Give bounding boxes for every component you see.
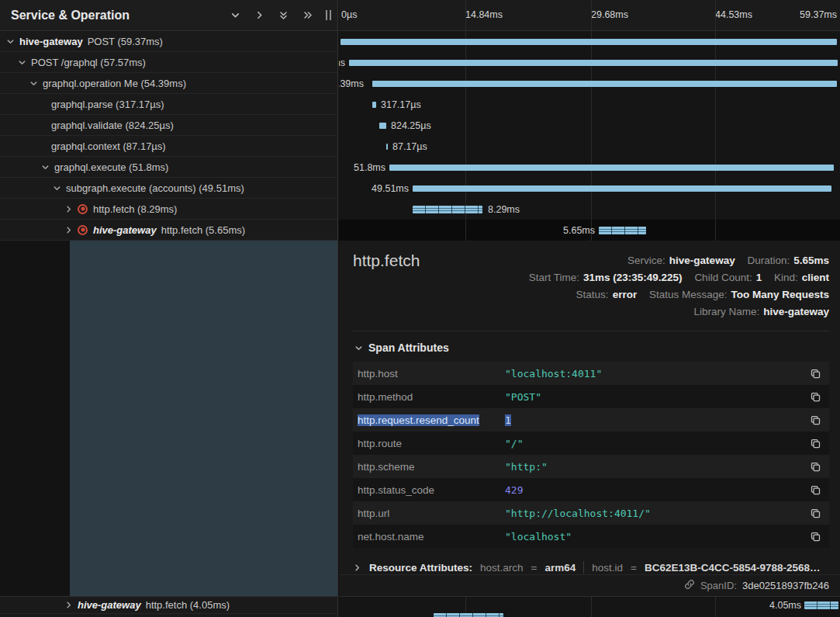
- tree-row[interactable]: hive-gateway http.fetch (4.05ms): [0, 596, 337, 613]
- waterfall-row: 317.17µs: [339, 94, 840, 115]
- timeline-ruler: 0µs 14.84ms 29.68ms 44.53ms 59.37ms: [339, 0, 840, 31]
- tree-row[interactable]: POST /graphql (57.57ms): [0, 52, 337, 73]
- tree-row[interactable]: graphql.validate (824.25µs): [0, 115, 337, 136]
- attribute-row: http.scheme "http:": [353, 455, 829, 478]
- tree-row[interactable]: graphql.context (87.17µs): [0, 136, 337, 157]
- expand-one-icon[interactable]: [254, 10, 264, 20]
- attribute-key: http.request.resend_count: [358, 414, 505, 426]
- copy-icon[interactable]: [808, 483, 823, 497]
- resource-attr-key: host.id: [592, 562, 623, 574]
- copy-icon[interactable]: [808, 529, 823, 544]
- waterfall-row-selected: 5.65ms: [339, 220, 840, 241]
- chevron-down-icon[interactable]: [29, 79, 38, 88]
- link-icon[interactable]: [684, 579, 695, 592]
- attribute-key: http.url: [358, 508, 505, 519]
- copy-icon[interactable]: [808, 413, 823, 428]
- span-label: graphql.parse (317.17µs): [51, 99, 164, 110]
- chevron-right-icon[interactable]: [64, 601, 73, 609]
- copy-icon[interactable]: [808, 366, 823, 381]
- span-attributes-header[interactable]: Span Attributes: [353, 331, 829, 362]
- span-bar[interactable]: [340, 39, 837, 45]
- waterfall-row: 824.25µs: [339, 115, 840, 136]
- span-service-name: hive-gateway: [93, 224, 157, 236]
- panel-resize-handle[interactable]: [326, 10, 331, 20]
- waterfall-row: 49.51ms: [339, 178, 840, 199]
- attribute-key: http.scheme: [358, 461, 505, 473]
- chevron-down-icon[interactable]: [6, 37, 15, 46]
- bar-duration-label: 54.39ms: [339, 78, 364, 89]
- copy-icon[interactable]: [808, 436, 823, 451]
- time-tick-label: 14.84ms: [465, 9, 503, 20]
- span-id-bar: SpanID: 3de02518937fb246: [339, 574, 840, 596]
- copy-icon[interactable]: [808, 459, 823, 474]
- attribute-key: http.host: [358, 368, 505, 380]
- span-bar[interactable]: [413, 206, 482, 213]
- span-bar[interactable]: [804, 601, 838, 609]
- copy-icon[interactable]: [808, 506, 823, 521]
- span-label: graphql.operation Me (54.39ms): [43, 78, 186, 89]
- waterfall-row: 87.17µs: [339, 136, 840, 157]
- expand-all-icon[interactable]: [302, 10, 313, 20]
- span-tree-panel: Service & Operation hive-gateway POST (5…: [0, 0, 338, 617]
- chevron-right-icon: [353, 563, 361, 572]
- span-label: POST /graphql (57.57ms): [31, 57, 146, 68]
- tree-row[interactable]: graphql.execute (51.8ms): [0, 157, 337, 178]
- span-bar[interactable]: [372, 102, 376, 108]
- bar-duration-label: 57.57ms: [339, 57, 345, 68]
- chevron-down-icon[interactable]: [41, 163, 50, 172]
- span-bar[interactable]: [413, 185, 831, 192]
- waterfall-row: 51.8ms: [339, 157, 840, 178]
- collapse-all-icon[interactable]: [278, 10, 289, 21]
- collapse-one-icon[interactable]: [230, 10, 240, 20]
- error-status-icon: [78, 204, 88, 214]
- chevron-down-icon[interactable]: [53, 184, 61, 192]
- panel-title: Service & Operation: [11, 9, 130, 23]
- span-bar[interactable]: [372, 81, 837, 87]
- span-label: graphql.execute (51.8ms): [54, 161, 168, 173]
- attribute-key: http.route: [358, 438, 505, 449]
- attribute-row: http.url "http://localhost:4011/": [353, 501, 829, 525]
- attribute-row: http.host "localhost:4011": [353, 362, 829, 385]
- attribute-value: "http://localhost:4011/": [505, 508, 651, 519]
- attribute-key: http.method: [358, 391, 505, 403]
- trace-waterfall: 57.57ms 54.39ms 317.17µs 824.25µs 87.17µ…: [339, 31, 840, 241]
- time-tick-label: 0µs: [341, 9, 357, 20]
- bottom-waterfall: 4.05ms: [339, 596, 840, 617]
- attribute-value: "POST": [505, 391, 541, 403]
- meta-status-message-value: Too Many Requests: [731, 289, 829, 300]
- tree-row[interactable]: hive-gateway POST (59.37ms): [0, 31, 337, 52]
- chevron-down-icon[interactable]: [18, 58, 26, 67]
- waterfall-row: [339, 31, 840, 52]
- tree-row[interactable]: http.fetch (8.29ms): [0, 199, 337, 220]
- span-meta: Service:hive-gateway Duration:5.65ms Sta…: [529, 252, 829, 321]
- span-bar[interactable]: [379, 123, 386, 129]
- span-label: http.fetch (4.05ms): [146, 599, 230, 611]
- meta-status-value: error: [613, 289, 638, 300]
- selected-span-expansion-area: [70, 241, 337, 596]
- chevron-right-icon[interactable]: [64, 205, 73, 213]
- copy-icon[interactable]: [808, 390, 823, 404]
- tree-panel-header: Service & Operation: [0, 0, 337, 31]
- meta-child-count-value: 1: [756, 272, 762, 283]
- span-label: http.fetch (8.29ms): [93, 203, 177, 215]
- time-tick-label: 59.37ms: [800, 9, 837, 20]
- span-bar[interactable]: [599, 227, 646, 234]
- tree-row[interactable]: graphql.operation Me (54.39ms): [0, 73, 337, 94]
- tree-row[interactable]: graphql.parse (317.17µs): [0, 94, 337, 115]
- span-bar[interactable]: [386, 144, 388, 150]
- span-id-label: SpanID:: [700, 580, 737, 591]
- span-bar[interactable]: [349, 60, 838, 66]
- bar-duration-label: 8.29ms: [488, 204, 520, 215]
- tree-row[interactable]: subgraph.execute (accounts) (49.51ms): [0, 178, 337, 199]
- tree-row-selected[interactable]: hive-gateway http.fetch (5.65ms): [0, 220, 337, 241]
- error-status-icon: [78, 225, 88, 235]
- chevron-right-icon[interactable]: [64, 226, 73, 234]
- attribute-row: http.method "POST": [353, 385, 829, 408]
- span-service-name: hive-gateway: [19, 36, 83, 47]
- attribute-value: "localhost:4011": [505, 368, 602, 380]
- span-bar[interactable]: [389, 165, 834, 171]
- span-attributes-table: http.host "localhost:4011" http.method "…: [353, 362, 829, 548]
- partial-span-bar[interactable]: [434, 613, 503, 617]
- bar-duration-label: 49.51ms: [372, 183, 409, 194]
- bar-duration-label: 51.8ms: [354, 162, 385, 173]
